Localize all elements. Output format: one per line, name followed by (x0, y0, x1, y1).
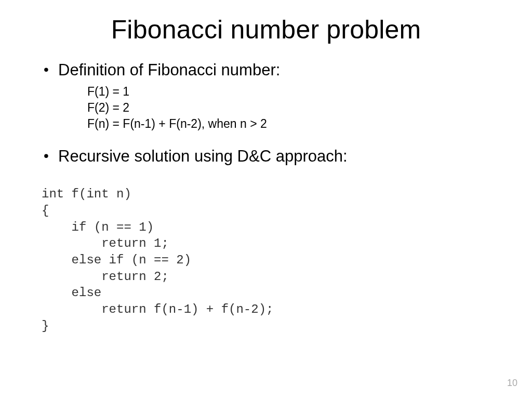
content-list-2: Recursive solution using D&C approach: (42, 147, 490, 167)
code-line: return 1; (42, 236, 169, 250)
definition-line-2: F(2) = 2 (87, 100, 490, 116)
slide-title: Fibonacci number problem (42, 15, 490, 45)
code-block: int f(int n) { if (n == 1) return 1; els… (42, 170, 490, 335)
definition-line-1: F(1) = 1 (87, 84, 490, 100)
code-line: return f(n-1) + f(n-2); (42, 302, 273, 316)
page-number: 10 (507, 378, 517, 389)
slide: Fibonacci number problem Definition of F… (0, 0, 532, 399)
content-list: Definition of Fibonacci number: (42, 60, 490, 81)
code-line: { (42, 204, 49, 218)
definition-line-3: F(n) = F(n-1) + F(n-2), when n > 2 (87, 116, 490, 132)
definition-block: F(1) = 1 F(2) = 2 F(n) = F(n-1) + F(n-2)… (87, 84, 490, 132)
code-line: int f(int n) (42, 187, 131, 201)
code-line: else if (n == 2) (42, 253, 191, 267)
code-line: else (42, 286, 101, 300)
code-line: } (42, 319, 49, 333)
bullet-recursive-text: Recursive solution using D&C approach: (58, 147, 348, 165)
code-line: if (n == 1) (42, 220, 154, 234)
bullet-recursive: Recursive solution using D&C approach: (42, 147, 490, 167)
bullet-definition: Definition of Fibonacci number: (42, 60, 490, 81)
code-line: return 2; (42, 270, 169, 284)
bullet-definition-text: Definition of Fibonacci number: (58, 61, 280, 79)
